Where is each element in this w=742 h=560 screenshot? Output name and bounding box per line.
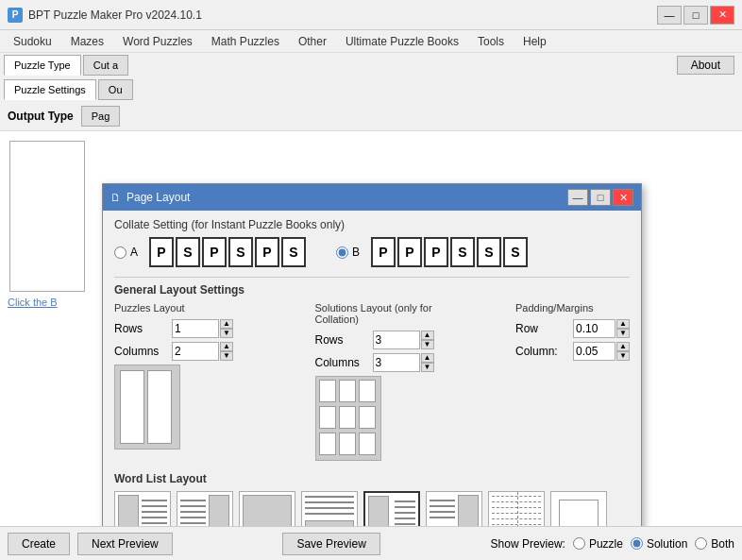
dialog-titlebar: 🗋 Page Layout — □ ✕ xyxy=(103,184,641,211)
app-icon: P xyxy=(8,8,23,23)
maximize-button[interactable]: □ xyxy=(683,6,708,25)
collate-options: A P S P S P S B P P P xyxy=(114,237,630,267)
collate-radio-a[interactable] xyxy=(114,246,126,259)
close-button[interactable]: ✕ xyxy=(710,6,734,25)
minimize-button[interactable]: — xyxy=(657,6,682,25)
show-both-label: Both xyxy=(711,537,734,551)
row-pad-row: Row ▲ ▼ xyxy=(515,319,630,338)
solutions-rows-up[interactable]: ▲ xyxy=(421,331,434,340)
col-pad-up[interactable]: ▲ xyxy=(616,342,630,351)
collate-b-label: B xyxy=(352,246,360,259)
preview-col-2 xyxy=(147,370,172,444)
menu-ultimate[interactable]: Ultimate Puzzle Books xyxy=(336,31,468,52)
menu-tools[interactable]: Tools xyxy=(468,31,514,52)
show-both-radio[interactable] xyxy=(695,537,707,550)
puzzles-cols-spinbtns: ▲ ▼ xyxy=(220,342,233,361)
dialog-close[interactable]: ✕ xyxy=(613,189,633,206)
seq-a-p1: P xyxy=(149,237,174,267)
puzzles-preview xyxy=(114,365,180,450)
row-pad-spin: ▲ ▼ xyxy=(573,319,630,338)
toolbar-row1: Puzzle Type Cut a About xyxy=(0,53,742,77)
puzzles-layout-panel: Puzzles Layout Rows ▲ ▼ Columns xyxy=(114,302,300,461)
general-settings: Puzzles Layout Rows ▲ ▼ Columns xyxy=(114,302,630,461)
menu-other[interactable]: Other xyxy=(289,31,336,52)
show-puzzle-radio[interactable] xyxy=(573,537,585,550)
show-both-option[interactable]: Both xyxy=(695,537,734,551)
puzzles-cols-label: Columns xyxy=(114,345,166,358)
seq-a-s2: S xyxy=(228,237,253,267)
create-button[interactable]: Create xyxy=(8,533,70,555)
tab-page[interactable]: Pag xyxy=(81,106,121,127)
tab-cut[interactable]: Cut a xyxy=(83,55,128,76)
row-pad-spinbtns: ▲ ▼ xyxy=(616,319,630,338)
seq-b: P P P S S S xyxy=(371,237,528,267)
solutions-cols-label: Columns xyxy=(315,356,367,369)
show-preview-area: Show Preview: Puzzle Solution Both xyxy=(491,537,734,551)
save-preview-button[interactable]: Save Preview xyxy=(282,533,379,555)
solutions-cols-input[interactable] xyxy=(373,353,420,372)
click-link[interactable]: Click the B xyxy=(8,297,58,308)
seq-a-s1: S xyxy=(176,237,200,267)
solutions-rows-down[interactable]: ▼ xyxy=(421,340,434,349)
general-layout-header: General Layout Settings xyxy=(114,283,630,297)
sp-2 xyxy=(339,380,356,402)
dialog-body: Collate Setting (for Instant Puzzle Book… xyxy=(103,211,641,560)
col-pad-spin: ▲ ▼ xyxy=(573,342,630,361)
show-solution-radio[interactable] xyxy=(631,537,643,550)
puzzles-cols-spin: ▲ ▼ xyxy=(172,342,233,361)
output-type-row: Output Type Pag xyxy=(0,102,742,131)
solutions-cols-up[interactable]: ▲ xyxy=(421,353,434,363)
solutions-cols-row: Columns ▲ ▼ xyxy=(315,353,501,372)
row-pad-up[interactable]: ▲ xyxy=(616,319,630,329)
puzzles-cols-down[interactable]: ▼ xyxy=(220,351,233,361)
section-divider xyxy=(114,277,630,278)
show-preview-label: Show Preview: xyxy=(491,537,565,551)
solutions-cols-spinbtns: ▲ ▼ xyxy=(421,353,434,372)
title-bar: P BPT Puzzle Maker Pro v2024.10.1 — □ ✕ xyxy=(0,0,742,30)
padding-title: Padding/Margins xyxy=(515,302,630,314)
solutions-cols-down[interactable]: ▼ xyxy=(421,363,434,372)
menu-help[interactable]: Help xyxy=(514,31,556,52)
seq-b-s2: S xyxy=(477,237,501,267)
next-preview-button[interactable]: Next Preview xyxy=(77,533,173,555)
seq-b-p2: P xyxy=(397,237,422,267)
seq-b-p3: P xyxy=(424,237,448,267)
tab-puzzle-settings[interactable]: Puzzle Settings xyxy=(4,79,96,100)
word-list-header: Word List Layout xyxy=(114,472,630,485)
collate-radio-b[interactable] xyxy=(336,246,348,259)
puzzles-rows-input[interactable] xyxy=(172,319,219,338)
title-controls: — □ ✕ xyxy=(657,6,734,25)
sp-7 xyxy=(319,433,336,455)
puzzles-rows-down[interactable]: ▼ xyxy=(220,329,233,338)
col-pad-input[interactable] xyxy=(573,342,616,361)
puzzles-cols-up[interactable]: ▲ xyxy=(220,342,233,351)
collate-option-a[interactable]: A xyxy=(114,246,138,259)
puzzles-rows-spin: ▲ ▼ xyxy=(172,319,233,338)
tab-output[interactable]: Ou xyxy=(98,79,133,100)
collate-option-b[interactable]: B xyxy=(336,246,360,259)
row-pad-input[interactable] xyxy=(573,319,616,338)
puzzles-layout-title: Puzzles Layout xyxy=(114,302,300,314)
dialog-minimize[interactable]: — xyxy=(567,189,588,206)
col-pad-down[interactable]: ▼ xyxy=(616,351,630,361)
show-solution-option[interactable]: Solution xyxy=(631,537,687,551)
about-button[interactable]: About xyxy=(677,56,734,75)
puzzles-cols-input[interactable] xyxy=(172,342,219,361)
menu-mazes[interactable]: Mazes xyxy=(61,31,113,52)
tab-puzzle-type[interactable]: Puzzle Type xyxy=(4,55,81,76)
show-puzzle-option[interactable]: Puzzle xyxy=(573,537,623,551)
solutions-rows-input[interactable] xyxy=(373,331,420,349)
menu-math-puzzles[interactable]: Math Puzzles xyxy=(202,31,289,52)
menu-word-puzzles[interactable]: Word Puzzles xyxy=(113,31,202,52)
app-title: BPT Puzzle Maker Pro v2024.10.1 xyxy=(28,8,657,22)
solutions-preview xyxy=(315,376,381,461)
puzzle-preview-box xyxy=(9,141,85,292)
dialog-title-icon: 🗋 xyxy=(110,192,121,203)
page-layout-dialog: 🗋 Page Layout — □ ✕ Collate Setting (for… xyxy=(102,183,642,560)
puzzles-rows-up[interactable]: ▲ xyxy=(220,319,233,329)
dialog-maximize[interactable]: □ xyxy=(590,189,611,206)
show-solution-label: Solution xyxy=(647,537,687,551)
sp-5 xyxy=(339,406,356,429)
menu-sudoku[interactable]: Sudoku xyxy=(4,31,61,52)
row-pad-down[interactable]: ▼ xyxy=(616,329,630,338)
